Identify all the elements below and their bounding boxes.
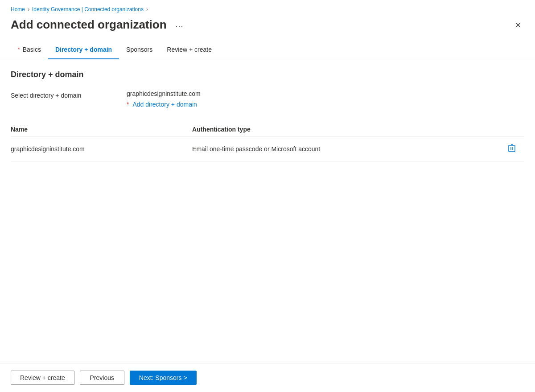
tab-sponsors-label: Sponsors <box>126 46 152 53</box>
tab-directory-domain-label: Directory + domain <box>55 46 112 53</box>
tabs-container: * Basics Directory + domain Sponsors Rev… <box>0 41 535 59</box>
breadcrumb-sep-1: › <box>28 6 29 12</box>
delete-row-button[interactable] <box>505 142 519 156</box>
field-value: graphicdesigninstitute.com <box>127 90 201 97</box>
col-header-auth-type: Authentication type <box>192 122 498 137</box>
next-sponsors-button[interactable]: Next: Sponsors > <box>130 371 197 385</box>
directory-domain-field-row: Select directory + domain graphicdesigni… <box>11 90 524 108</box>
tab-directory-domain[interactable]: Directory + domain <box>48 41 119 59</box>
page-header: Add connected organization ... × <box>0 16 535 41</box>
add-link-label: Add directory + domain <box>132 101 197 108</box>
table-cell-name: graphicdesigninstitute.com <box>11 137 192 161</box>
tab-basics-required-star: * <box>18 46 20 53</box>
page-title: Add connected organization <box>11 18 167 32</box>
breadcrumb-parent[interactable]: Identity Governance | Connected organiza… <box>32 6 144 12</box>
breadcrumb-sep-2: › <box>146 6 148 12</box>
add-directory-domain-link[interactable]: * Add directory + domain <box>127 101 201 108</box>
field-label: Select directory + domain <box>11 90 127 99</box>
tab-sponsors[interactable]: Sponsors <box>119 41 160 59</box>
field-value-column: graphicdesigninstitute.com * Add directo… <box>127 90 201 108</box>
tab-basics[interactable]: * Basics <box>11 41 48 59</box>
review-create-button[interactable]: Review + create <box>11 371 74 385</box>
section-title: Directory + domain <box>11 70 524 79</box>
breadcrumb: Home › Identity Governance | Connected o… <box>0 0 535 16</box>
previous-button[interactable]: Previous <box>80 371 124 385</box>
table-cell-auth-type: Email one-time passcode or Microsoft acc… <box>192 137 498 161</box>
table-header-row: Name Authentication type <box>11 122 524 137</box>
table-row: graphicdesigninstitute.comEmail one-time… <box>11 137 524 161</box>
tab-basics-label: Basics <box>23 46 41 53</box>
tab-review-create-label: Review + create <box>167 46 212 53</box>
col-header-name: Name <box>11 122 192 137</box>
add-link-required-star: * <box>127 101 129 108</box>
tab-review-create[interactable]: Review + create <box>160 41 219 59</box>
main-content: Directory + domain Select directory + do… <box>0 59 535 206</box>
col-header-actions <box>498 122 524 137</box>
directory-domain-table: Name Authentication type graphicdesignin… <box>11 122 524 161</box>
svg-rect-0 <box>509 146 515 152</box>
close-button[interactable]: × <box>512 19 524 31</box>
more-options-button[interactable]: ... <box>172 18 187 31</box>
breadcrumb-home[interactable]: Home <box>11 6 25 12</box>
page-title-row: Add connected organization ... <box>11 18 187 32</box>
footer: Review + create Previous Next: Sponsors … <box>0 363 535 392</box>
